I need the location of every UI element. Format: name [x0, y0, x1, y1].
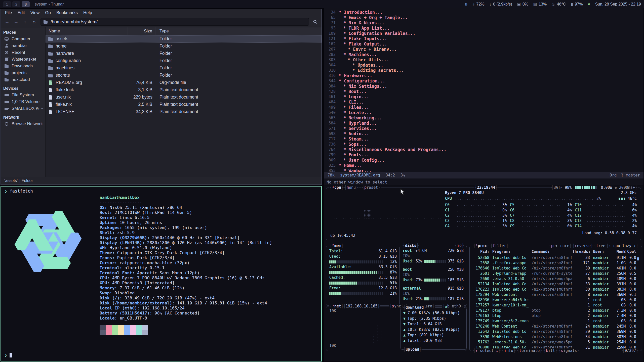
file-row-configuration[interactable]: configurationFolder [46, 57, 321, 64]
proc-col-pid[interactable]: Pid: [473, 249, 489, 254]
proc-key-terminate[interactable]: ┤terminate├ [516, 348, 542, 353]
process-row-176223[interactable]: 176223Isolated Web Co/nix/store/sm8fnrf3… [473, 287, 639, 292]
proc-key-kill[interactable]: ┤kill├ [543, 348, 558, 353]
sidebar-item-nambiar[interactable]: nambiar [1, 42, 45, 49]
file-size: 34,3 KiB [128, 109, 155, 114]
process-row-2601[interactable]: 2601.Hyprland-wrapp/run/current-system/s… [473, 271, 639, 276]
sidebar-item-nextcloud[interactable]: nextcloud [1, 76, 45, 83]
menu-bookmarks[interactable]: Bookmarks [54, 9, 80, 17]
sidebar-item-browse-network[interactable]: Browse Network [1, 120, 45, 127]
process-row-176163[interactable]: 176163btopbtop2nambiar7.4M0.0 [473, 313, 639, 319]
sort-selector[interactable]: ┤‹ cpu lazy ›├ [606, 244, 639, 248]
io-toggle[interactable]: ┤io├ [454, 244, 464, 248]
sidebar-item-recent[interactable]: Recent [1, 49, 45, 56]
process-row-176646[interactable]: 176646Isolated Web Co/nix/store/sm8fnrf3… [473, 266, 639, 271]
process-row-2660[interactable]: 2660.emacs-31.0.50-/nix/store/wnqz5pa8ra… [473, 276, 639, 282]
file-row-readme.org[interactable]: README.org76,4 KiBOrg-mode file [46, 79, 321, 86]
btop-window[interactable]: ┤¹cpu├┤menu├┤preset├┤22:19:44├┤BAT▸ 98% … [324, 186, 643, 361]
column-header-size[interactable]: Size [128, 27, 155, 35]
core-C13: C132% [575, 218, 637, 223]
workspace-button-1[interactable]: 1 [3, 1, 11, 7]
proc-col-threads[interactable]: Threads: [572, 249, 590, 254]
home-button[interactable]: ⌂ [30, 18, 38, 26]
workspace-button-3[interactable]: 3 [22, 1, 30, 7]
workspace-button-2[interactable]: 2 [12, 1, 20, 7]
sidebar-item-downloads[interactable]: Downloads [1, 63, 45, 69]
prompt-icon: ❯ [5, 352, 7, 357]
up-button[interactable]: ↑ [21, 18, 29, 26]
org-heading-line: 109* Configuration Variables... [324, 31, 643, 36]
proc-toggle-per-core[interactable]: ┤per-core├ [548, 244, 572, 248]
process-row-179127[interactable]: 179127btopbtop2nambiar7.3M0.0 [473, 308, 639, 313]
proc-col-cpu[interactable]: Cpu% [626, 249, 636, 254]
menu-file[interactable]: File [2, 9, 15, 17]
sidebar-item-smallbox-wi-[interactable]: SMALLBOX Wi... [1, 105, 45, 112]
file-row-secrets[interactable]: secretsFolder [46, 72, 321, 79]
color-swatch [112, 330, 118, 335]
net-interface[interactable]: ┤▲b eth0├ [442, 304, 464, 308]
btop-net-box: ┤³net├┤192.168.10.165├┤sync├┤auto├┤zero├… [326, 306, 467, 351]
file-row-license[interactable]: LICENSE34,3 KiBPlain text document [46, 108, 321, 115]
eject-icon[interactable] [41, 108, 43, 109]
process-row-175749[interactable]: 175749kworker/6:2-even1root0B0.0 [473, 319, 639, 324]
process-row-52368[interactable]: 52368Isolated Web Co/nix/store/sm8fnrf3w… [473, 255, 639, 260]
file-type: Plain text document [155, 109, 321, 114]
process-row-178248[interactable]: 178248Web Content/nix/store/sm8fnrf3wps4… [473, 324, 639, 329]
column-header-type[interactable]: Type [155, 27, 321, 35]
back-button[interactable]: ← [3, 18, 11, 26]
proc-toggle-reverse[interactable]: ┤reverse├ [572, 244, 593, 248]
proc-key-info[interactable]: ┤info├ [501, 348, 516, 353]
file-row-user.nix[interactable]: user.nix229 bytesPlain text document [46, 94, 321, 101]
terminal-window[interactable]: ❯ fastfetch nambiar@smallbox------------… [1, 186, 322, 361]
sidebar-item-file-system[interactable]: File System [1, 92, 45, 98]
proc-key-signals[interactable]: ┤signals├ [558, 348, 580, 353]
org-heading-line: 799* Fonts... [324, 152, 643, 157]
emacs-buffer[interactable]: 34* Introduction...65* Emacs + Org + Tan… [324, 8, 643, 172]
menu-edit[interactable]: Edit [15, 9, 27, 17]
sidebar-item-wastebasket[interactable]: Wastebasket [1, 56, 45, 63]
file-type: Folder [155, 51, 321, 56]
path-bar[interactable]: /home/nambiar/system/ [41, 18, 309, 26]
process-row-13642[interactable]: 13642Isolated Web Co/nix/store/sm8fnrf3w… [473, 329, 639, 334]
process-row-2658[interactable]: 2658.firefox-wrappe/nix/store/sm8fnrf3wp… [473, 260, 639, 266]
proc-col-program[interactable]: Program: [489, 249, 529, 254]
search-button[interactable] [311, 18, 319, 26]
preset-button[interactable]: ┤preset├ [361, 185, 381, 190]
sidebar-item-1-0-tb-volume[interactable]: 1,0 TB Volume [1, 98, 45, 105]
line-number: 310 [324, 68, 339, 73]
forward-button[interactable]: → [12, 18, 20, 26]
file-row-flake.nix[interactable]: flake.nix2,5 KiBPlain text document [46, 101, 321, 108]
org-heading-line: 65* Emacs + Org + Tangle... [324, 15, 643, 20]
file-row-home[interactable]: homeFolder [46, 42, 321, 50]
process-row-177257[interactable]: 177257kworker/10:1-mm_1root0B0.0 [473, 303, 639, 308]
net-toggle-sync[interactable]: ┤sync├ [389, 304, 404, 308]
process-row-51762[interactable]: 51762.emacs-31.0.50-/nix/store/wnqz5pa8r… [473, 340, 639, 345]
proc-key-select[interactable]: ┤↑ select ↓├ [473, 348, 501, 353]
cpu-usage-block [637, 257, 639, 260]
menu-button[interactable]: ┤menu├ [344, 185, 358, 190]
info-label: Swap: [100, 291, 115, 295]
file-list[interactable]: assetsFolderhomeFolderhardwareFolderconf… [46, 35, 321, 177]
sidebar-item-projects[interactable]: projects [1, 69, 45, 76]
proc-col-user[interactable]: User: [590, 249, 612, 254]
file-row-hardware[interactable]: hardwareFolder [46, 50, 321, 57]
sidebar-item-computer[interactable]: Computer [1, 35, 45, 42]
menu-view[interactable]: View [28, 9, 43, 17]
proc-col-command[interactable]: Command: [529, 249, 572, 254]
filter-button[interactable]: ┤filter├ [490, 244, 509, 248]
file-row-flake.lock[interactable]: flake.lock3,1 KiBPlain text document [46, 86, 321, 94]
org-heading: * CLI... [343, 100, 364, 105]
process-row-38936[interactable]: 38936kworker/u64:6-kc1root0B0.0 [473, 297, 639, 303]
column-header-name[interactable]: Name [46, 27, 128, 35]
emacs-window[interactable]: 34* Introduction...65* Emacs + Org + Tan… [324, 8, 643, 186]
file-row-assets[interactable]: assetsFolder [46, 35, 321, 42]
process-row-52134[interactable]: 52134Isolated Web Co/nix/store/sm8fnrf3w… [473, 282, 639, 287]
proc-col-memb[interactable]: MemB [612, 249, 626, 254]
menu-help[interactable]: Help [80, 9, 95, 17]
net-stat-line: ▼7.00 KiB/s (56.0 Kibps) [403, 310, 464, 316]
process-row-178294[interactable]: 178294Web Content/nix/store/sm8fnrf3wps4… [473, 292, 639, 297]
menu-go[interactable]: Go [42, 9, 54, 17]
file-row-machines[interactable]: machinesFolder [46, 64, 321, 72]
process-row-3390[interactable]: 3390WebExtensions/nix/store/sm8fnrf3wps4… [473, 334, 639, 340]
info-label: GPU: [100, 281, 112, 285]
